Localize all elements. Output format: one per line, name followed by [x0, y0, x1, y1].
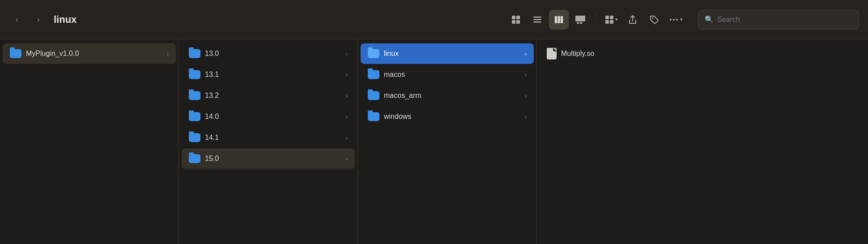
- item-label: Multiply.so: [561, 50, 858, 58]
- view-gallery-button[interactable]: [570, 10, 590, 29]
- list-item[interactable]: macos ›: [361, 64, 534, 85]
- list-item[interactable]: 14.0 ›: [182, 106, 355, 127]
- svg-rect-10: [575, 16, 585, 21]
- toolbar-separator-1: [596, 13, 596, 26]
- chevron-right-icon: ›: [346, 135, 348, 141]
- item-label: linux: [384, 50, 520, 58]
- list-item[interactable]: windows ›: [361, 106, 534, 127]
- svg-rect-7: [555, 16, 557, 23]
- chevron-right-icon: ›: [346, 156, 348, 162]
- titlebar: ‹ › linux: [0, 0, 868, 39]
- svg-rect-0: [512, 16, 515, 19]
- svg-rect-2: [512, 20, 515, 24]
- list-item[interactable]: 13.2 ›: [182, 85, 355, 106]
- column-4: Multiply.so: [537, 39, 868, 244]
- folder-icon: [368, 49, 379, 58]
- column-1: MyPlugin_v1.0.0 ›: [0, 39, 179, 244]
- svg-rect-4: [533, 17, 541, 18]
- svg-rect-5: [533, 19, 541, 20]
- chevron-right-icon: ›: [346, 93, 348, 99]
- tag-button[interactable]: [644, 10, 664, 29]
- gallery-icon: [574, 15, 586, 25]
- svg-point-19: [673, 19, 675, 21]
- list-item[interactable]: 14.1 ›: [182, 127, 355, 148]
- view-grid-button[interactable]: [506, 10, 526, 29]
- folder-icon: [368, 70, 379, 79]
- svg-rect-8: [558, 16, 560, 23]
- svg-rect-12: [580, 22, 583, 24]
- folder-icon: [368, 112, 379, 121]
- folder-icon: [189, 91, 200, 100]
- chevron-right-icon: ›: [346, 72, 348, 78]
- chevron-right-icon: ›: [346, 114, 348, 120]
- svg-rect-13: [605, 16, 609, 19]
- view-columns-button[interactable]: [549, 10, 569, 29]
- item-label: 13.0: [205, 50, 341, 58]
- search-icon: 🔍: [705, 15, 714, 24]
- list-item[interactable]: linux ›: [361, 43, 534, 64]
- back-button[interactable]: ‹: [9, 12, 25, 28]
- svg-rect-11: [577, 22, 579, 24]
- item-label: 14.1: [205, 134, 341, 142]
- svg-rect-6: [533, 21, 541, 23]
- list-item[interactable]: 13.0 ›: [182, 43, 355, 64]
- list-item[interactable]: macos_arm ›: [361, 85, 534, 106]
- svg-point-18: [670, 19, 672, 21]
- more-dropdown-arrow: ▾: [680, 17, 683, 22]
- svg-rect-1: [516, 16, 520, 19]
- more-icon: [668, 15, 679, 25]
- chevron-right-icon: ›: [346, 50, 348, 57]
- svg-rect-14: [610, 16, 613, 19]
- grid-icon: [511, 15, 521, 25]
- file-icon: [547, 48, 557, 59]
- list-icon: [532, 15, 542, 25]
- chevron-right-icon: ›: [525, 50, 527, 57]
- search-input[interactable]: [717, 16, 852, 24]
- view-list-button[interactable]: [528, 10, 547, 29]
- chevron-right-icon: ›: [525, 114, 527, 120]
- column-3: linux › macos › macos_arm › windows ›: [358, 39, 537, 244]
- more-button[interactable]: ▾: [666, 10, 685, 29]
- item-label: windows: [384, 113, 520, 121]
- folder-icon: [368, 91, 379, 100]
- folder-icon: [189, 154, 200, 163]
- item-label: 13.1: [205, 71, 341, 79]
- folder-icon: [189, 112, 200, 121]
- svg-point-17: [652, 17, 653, 19]
- columns-icon: [554, 15, 564, 25]
- list-item[interactable]: Multiply.so: [540, 43, 865, 64]
- search-box[interactable]: 🔍: [698, 10, 859, 29]
- svg-rect-9: [561, 16, 563, 23]
- chevron-right-icon: ›: [525, 93, 527, 99]
- list-item[interactable]: 13.1 ›: [182, 64, 355, 85]
- folder-icon: [189, 49, 200, 58]
- share-button[interactable]: [623, 10, 642, 29]
- item-label: MyPlugin_v1.0.0: [26, 50, 162, 58]
- item-label: macos_arm: [384, 92, 520, 100]
- svg-rect-15: [605, 20, 609, 24]
- back-icon: ‹: [16, 14, 19, 25]
- tag-icon: [649, 15, 659, 25]
- group-dropdown-arrow: ▾: [615, 17, 618, 22]
- item-label: 14.0: [205, 113, 341, 121]
- list-item[interactable]: MyPlugin_v1.0.0 ›: [3, 43, 176, 64]
- folder-icon: [189, 70, 200, 79]
- group-icon: [604, 15, 614, 25]
- share-icon: [628, 15, 637, 25]
- chevron-right-icon: ›: [525, 72, 527, 78]
- svg-rect-16: [610, 20, 613, 24]
- list-item[interactable]: 15.0 ›: [182, 148, 355, 169]
- svg-point-20: [676, 19, 678, 21]
- item-label: macos: [384, 71, 520, 79]
- item-label: 13.2: [205, 92, 341, 100]
- forward-button[interactable]: ›: [30, 12, 47, 28]
- item-label: 15.0: [205, 155, 341, 163]
- folder-icon: [10, 49, 21, 58]
- folder-icon: [189, 133, 200, 142]
- chevron-right-icon: ›: [167, 50, 169, 57]
- svg-rect-3: [516, 20, 520, 24]
- group-button[interactable]: ▾: [601, 10, 621, 29]
- forward-icon: ›: [37, 14, 40, 25]
- toolbar: ▾ ▾: [506, 10, 685, 29]
- window-title: linux: [54, 14, 77, 25]
